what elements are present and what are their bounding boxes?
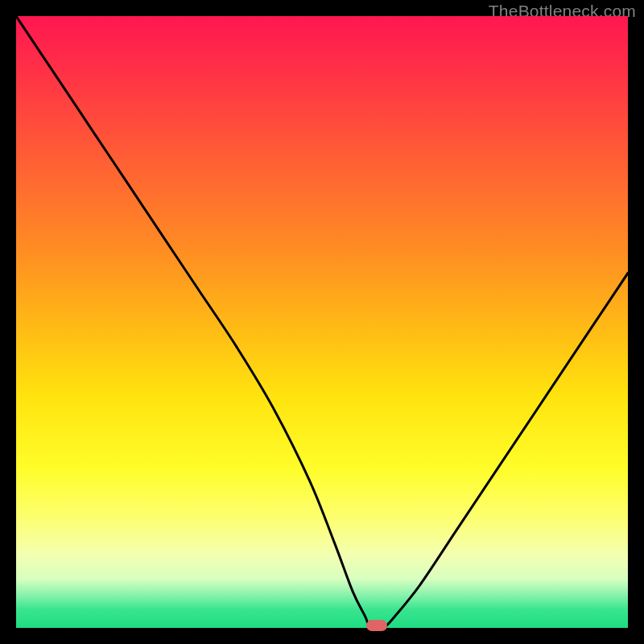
bottleneck-curve-line (16, 16, 628, 628)
chart-frame: TheBottleneck.com (0, 0, 644, 644)
curve-svg (16, 16, 628, 628)
optimal-point-marker (366, 620, 387, 631)
chart-plot-area (16, 16, 628, 628)
